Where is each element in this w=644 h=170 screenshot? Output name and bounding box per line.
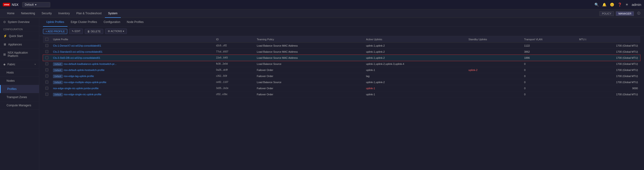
row-name-link[interactable]: nsx-edge-lag-uplink-profile [64, 75, 94, 77]
table-row[interactable]: Defaultnsx-edge-multiple-vteps-uplink-pr… [43, 79, 640, 85]
nav-home[interactable]: Home [4, 9, 18, 18]
tab-uplink-profiles[interactable]: Uplink Profiles [43, 18, 68, 27]
row-teaming: Load Balance Source MAC Address [254, 49, 364, 55]
row-id: cf32...e3bc [214, 91, 254, 97]
table-row[interactable]: Defaultnsx-default-loadbalance-uplink-ho… [43, 61, 640, 67]
actions-button[interactable]: ⚙ ACTIONS ▾ [105, 29, 126, 34]
nav-system[interactable]: System [105, 9, 121, 18]
row-active-uplinks: uplink-1,uplink-2 [364, 55, 466, 61]
table-container: Uplink Profile ID Teaming Policy Active … [39, 36, 644, 170]
mtu-info-icon[interactable]: ℹ [585, 38, 586, 41]
row-mtu: 1700 (Global MTU) [577, 67, 640, 73]
manager-button[interactable]: MANAGER [616, 11, 634, 16]
search-icon[interactable]: 🔍 [594, 3, 599, 7]
default-badge: Default [53, 69, 62, 72]
environment-dropdown[interactable]: Default ▾ [22, 2, 50, 7]
nav-security[interactable]: Security [38, 9, 55, 18]
row-active-uplinks: uplink-1,uplink-2,uplink-3,uplink-4 [364, 61, 466, 67]
table-row[interactable]: Defaultnsx-default-uplink-hostswitch-pro… [43, 67, 640, 73]
row-standby-uplinks [466, 73, 522, 79]
row-name-link[interactable]: nsx-default-loadbalance-uplink-hostswitc… [64, 62, 116, 65]
policy-button[interactable]: POLICY [600, 11, 614, 16]
sidebar-nodes-label: Nodes [6, 79, 15, 82]
fabric-icon: ◈ [3, 62, 6, 66]
row-name-link[interactable]: nsx-edge-single-nic-uplink-jumbo-profile [53, 87, 98, 90]
row-standby-uplinks [466, 55, 522, 61]
vmw-badge: vmw [3, 3, 10, 6]
bell-icon[interactable]: 🔔 [602, 3, 607, 7]
sidebar-compute-managers[interactable]: Compute Managers [0, 101, 39, 110]
chevron-icon: ▾ [34, 63, 36, 65]
col-mtu: MTU ℹ [577, 36, 640, 43]
nav-plan-troubleshoot[interactable]: Plan & Troubleshoot [73, 9, 105, 18]
user-icon[interactable]: 😊 [610, 3, 614, 7]
row-name-link[interactable]: nsx-default-uplink-hostswitch-profile [64, 69, 105, 71]
sidebar-nodes[interactable]: Nodes [0, 77, 39, 85]
row-name-link[interactable]: nsx-edge-single-nic-uplink-profile [64, 93, 102, 96]
row-checkbox[interactable] [45, 50, 48, 53]
row-active-uplinks: uplink-1,uplink-2 [364, 79, 466, 85]
tab-node-profiles[interactable]: Node Profiles [124, 18, 147, 27]
table-row[interactable]: Cls-3-Std3-DB-oci-w01hp-consolidated0122… [43, 55, 640, 61]
row-name-link[interactable]: nsx-edge-multiple-vteps-uplink-profile [64, 81, 106, 83]
row-checkbox-cell [43, 73, 51, 79]
admin-label[interactable]: admin [632, 3, 641, 7]
row-active-uplinks: uplink-1,uplink-2 [364, 49, 466, 55]
sidebar-quick-start[interactable]: ⚡ Quick Start [0, 32, 39, 40]
table-row[interactable]: nsx-edge-single-nic-uplink-jumbo-profile… [43, 85, 640, 91]
tab-edge-cluster-profiles[interactable]: Edge Cluster Profiles [68, 18, 100, 27]
row-id: c352...5f3f [214, 73, 254, 79]
row-name-link[interactable]: Cls-1-DenseX7-oci-w01hp-consolidated01 [53, 44, 101, 47]
row-vlan: 0 [522, 85, 577, 91]
row-checkbox[interactable] [45, 44, 48, 47]
nav-inventory[interactable]: Inventory [55, 9, 73, 18]
info-icon[interactable]: ⓘ [637, 11, 640, 16]
row-id: 0a26...dc9f [214, 67, 254, 73]
row-checkbox[interactable] [45, 68, 48, 71]
add-profile-button[interactable]: + ADD PROFILE [43, 29, 67, 34]
theme-icon[interactable]: ☀ [625, 3, 628, 7]
sidebar-hosts[interactable]: Hosts [0, 69, 39, 77]
row-checkbox[interactable] [45, 87, 48, 90]
row-checkbox[interactable] [45, 56, 48, 59]
row-mtu: 9000 [577, 85, 640, 91]
tab-configuration[interactable]: Configuration [100, 18, 123, 27]
row-checkbox-cell [43, 55, 51, 61]
sidebar-profiles[interactable]: Profiles [0, 85, 39, 93]
row-active-uplinks: lag [364, 73, 466, 79]
table-row[interactable]: Cls-2-Standard3-oci-w01hp-consolidated01… [43, 49, 640, 55]
nav-bar-right: POLICY MANAGER ⓘ [600, 11, 640, 16]
row-name-link[interactable]: Cls-2-Standard3-oci-w01hp-consolidated01 [53, 50, 102, 53]
row-checkbox-cell [43, 67, 51, 73]
vmware-logo: vmw NSX [3, 3, 18, 7]
edit-button[interactable]: ✎ EDIT [69, 29, 83, 34]
sidebar-system-overview[interactable]: ⊙ System Overview [0, 18, 39, 26]
row-id: 3d35...2e2e [214, 85, 254, 91]
row-standby-uplinks [466, 91, 522, 97]
row-checkbox[interactable] [45, 93, 48, 96]
sidebar-appliances[interactable]: 🖥 Appliances [0, 40, 39, 49]
sidebar-fabric-label: Fabric [8, 63, 15, 66]
row-checkbox[interactable] [45, 80, 48, 83]
row-name: Cls-1-DenseX7-oci-w01hp-consolidated01 [51, 43, 214, 49]
table-row[interactable]: Defaultnsx-edge-lag-uplink-profilec352..… [43, 73, 640, 79]
default-badge: Default [53, 93, 62, 96]
row-name: Cls-2-Standard3-oci-w01hp-consolidated01 [51, 49, 214, 55]
row-checkbox[interactable] [45, 62, 48, 65]
col-teaming-policy: Teaming Policy [254, 36, 364, 43]
table-row[interactable]: Defaultnsx-edge-single-nic-uplink-profil… [43, 91, 640, 97]
sidebar-fabric[interactable]: ◈ Fabric ▾ [0, 60, 39, 69]
delete-button[interactable]: 🗑 DELETE [85, 29, 103, 34]
overview-icon: ⊙ [3, 20, 6, 24]
quick-start-icon: ⚡ [3, 34, 7, 38]
help-icon[interactable]: ❓ [618, 3, 622, 7]
row-name-link[interactable]: Cls-3-Std3-DB-oci-w01hp-consolidated01 [53, 56, 100, 59]
row-checkbox[interactable] [45, 74, 48, 77]
table-row[interactable]: Cls-1-DenseX7-oci-w01hp-consolidated01d2… [43, 43, 640, 49]
sidebar-transport-zones[interactable]: Transport Zones [0, 93, 39, 101]
row-mtu: 1700 (Global MTU) [577, 43, 640, 49]
nav-networking[interactable]: Networking [18, 9, 38, 18]
row-teaming: Load Balance Source [254, 61, 364, 67]
table-header-row: Uplink Profile ID Teaming Policy Active … [43, 36, 640, 43]
sidebar-nsx-platform[interactable]: ⊞ NSX Application Platform [0, 49, 39, 60]
